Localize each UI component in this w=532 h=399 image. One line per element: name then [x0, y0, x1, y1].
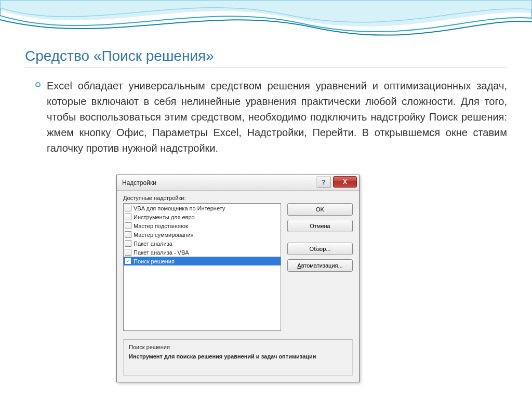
description-title: Поиск решения	[129, 344, 347, 350]
checkbox-icon[interactable]: ✓	[125, 258, 131, 264]
bullet-block: Excel обладает универсальным средством р…	[35, 78, 507, 156]
list-item-label: Пакет анализа	[134, 241, 172, 247]
list-item[interactable]: Мастер подстановок	[124, 221, 281, 230]
automation-accel: А	[297, 262, 301, 269]
list-item[interactable]: Пакет анализа - VBA	[124, 248, 281, 257]
close-button[interactable]: X	[333, 176, 357, 188]
bullet-text: Excel обладает универсальным средством р…	[47, 78, 507, 156]
list-item-label: Пакет анализа - VBA	[134, 249, 189, 256]
list-item[interactable]: ✓Поиск решения	[124, 257, 281, 265]
dialog-titlebar: Надстройки ? X	[117, 175, 359, 191]
description-panel: Поиск решения Инструмент для поиска реше…	[123, 339, 353, 376]
available-addins-label: Доступные надстройки:	[123, 195, 281, 201]
list-item-label: Поиск решения	[134, 258, 175, 264]
list-item[interactable]: Пакет анализа	[124, 239, 281, 248]
checkbox-icon[interactable]	[125, 240, 131, 247]
browse-button[interactable]: Обзор...	[287, 243, 353, 255]
checkbox-icon[interactable]	[125, 249, 131, 256]
checkbox-icon[interactable]	[125, 222, 131, 229]
help-button[interactable]: ?	[316, 176, 331, 188]
automation-rest: втоматизация...	[301, 262, 343, 269]
cancel-button[interactable]: Отмена	[287, 220, 353, 232]
checkbox-icon[interactable]	[125, 205, 131, 211]
list-item-label: VBA для помощника по Интернету	[134, 205, 225, 211]
dialog-title: Надстройки	[122, 179, 156, 187]
list-item[interactable]: VBA для помощника по Интернету	[124, 204, 281, 212]
list-item[interactable]: Инструменты для евро	[124, 212, 281, 221]
list-item[interactable]: Мастер суммирования	[124, 230, 281, 239]
list-item-label: Мастер подстановок	[134, 223, 188, 229]
ok-button[interactable]: OK	[287, 203, 353, 216]
list-item-label: Инструменты для евро	[134, 214, 195, 220]
bullet-dot-icon	[35, 82, 41, 87]
slide-title: Средство «Поиск решения»	[25, 48, 214, 64]
list-item-label: Мастер суммирования	[134, 232, 194, 238]
checkbox-icon[interactable]	[125, 231, 131, 238]
description-text: Инструмент для поиска решения уравнений …	[129, 353, 347, 360]
title-underline	[25, 68, 507, 68]
addins-dialog: Надстройки ? X Доступные надстройки: VBA…	[116, 175, 360, 382]
checkbox-icon[interactable]	[125, 214, 131, 220]
addins-listbox[interactable]: VBA для помощника по ИнтернетуИнструмент…	[123, 203, 281, 331]
slide-wave-decoration	[0, 0, 532, 47]
automation-button[interactable]: Автоматизация...	[287, 259, 353, 272]
